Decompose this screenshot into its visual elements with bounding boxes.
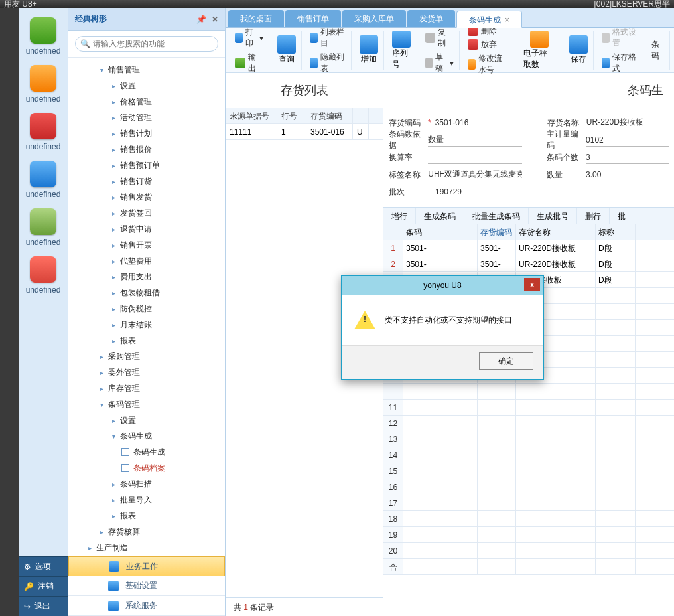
table-row[interactable]: 13 bbox=[383, 431, 674, 447]
nav-footer-item[interactable]: 系统服务 bbox=[68, 596, 225, 616]
table-row[interactable]: 11 bbox=[383, 400, 674, 416]
tree-node[interactable]: ▸代垫费用 bbox=[68, 253, 225, 269]
inv-name-field[interactable] bbox=[586, 116, 669, 129]
inv-code-field[interactable] bbox=[435, 116, 523, 129]
col-header[interactable]: 存货编码 bbox=[306, 108, 353, 123]
tab[interactable]: 销售订单 bbox=[285, 10, 341, 27]
rate-field[interactable] bbox=[428, 151, 522, 164]
qty-field[interactable] bbox=[586, 168, 669, 181]
tree-node[interactable]: ▸包装物租借 bbox=[68, 285, 225, 301]
table-row[interactable]: 19 bbox=[383, 527, 674, 543]
colno-button[interactable]: 序列号 bbox=[387, 31, 417, 70]
dialog-close-button[interactable]: x bbox=[524, 278, 540, 291]
tree-node[interactable]: ▸销售预订单 bbox=[68, 157, 225, 173]
side-option[interactable]: ⚙选项 bbox=[19, 556, 68, 576]
tree-node[interactable]: ▸存货核算 bbox=[68, 524, 225, 540]
modifyflow-button[interactable]: 修改流水号 bbox=[468, 53, 510, 76]
tree-node[interactable]: ▸采购管理 bbox=[68, 348, 225, 364]
count-basis-field[interactable] bbox=[428, 133, 522, 147]
tree-node[interactable]: ▾条码生成 bbox=[68, 428, 225, 444]
col-header[interactable]: 来源单据号 bbox=[226, 108, 277, 123]
col-header[interactable]: 存货名称 bbox=[516, 224, 596, 240]
col-header[interactable]: 存货编码 bbox=[478, 224, 516, 240]
tree-node[interactable]: ▸报表 bbox=[68, 333, 225, 348]
pin-icon[interactable]: 📌 bbox=[196, 15, 206, 24]
table-row[interactable]: 1 3501-016190729004 3501-016 UR-220D接收板 … bbox=[383, 240, 674, 256]
barcode-count-field[interactable] bbox=[586, 151, 669, 164]
table-row[interactable]: 2 3501-016190729005 3501-016 UR-220D接收板 … bbox=[383, 256, 674, 272]
tree-node[interactable]: ▸报表 bbox=[68, 508, 225, 524]
tree-node[interactable]: ▸销售计划 bbox=[68, 125, 225, 141]
tree-node[interactable]: ▾销售管理 bbox=[68, 62, 225, 78]
col-header[interactable]: 行号 bbox=[277, 108, 306, 123]
fmtset-button[interactable]: 格式设置 bbox=[602, 27, 638, 49]
tree-node[interactable]: ▸批量导入 bbox=[68, 492, 225, 508]
listcol-button[interactable]: 列表栏目 bbox=[310, 27, 346, 49]
scale-button[interactable]: 电子秤取数 bbox=[518, 31, 561, 70]
tab[interactable]: 采购入库单 bbox=[342, 10, 406, 27]
batch-field[interactable] bbox=[435, 185, 548, 198]
search-input[interactable] bbox=[75, 36, 218, 52]
nav-footer-item[interactable]: 业务工作 bbox=[68, 556, 225, 576]
tree-node[interactable]: ▸月末结账 bbox=[68, 317, 225, 333]
tree-node[interactable]: ▸费用支出 bbox=[68, 269, 225, 285]
col-header[interactable]: 条码 bbox=[403, 224, 478, 240]
table-row[interactable]: 20 bbox=[383, 543, 674, 559]
tab[interactable]: 发货单 bbox=[407, 10, 455, 27]
rail-item[interactable]: undefined bbox=[19, 204, 68, 252]
table-row[interactable]: 1111113501-016U bbox=[226, 124, 383, 140]
query-button[interactable]: 查询 bbox=[272, 31, 302, 70]
close-icon[interactable]: ✕ bbox=[212, 15, 218, 24]
table-row[interactable]: 15 bbox=[383, 463, 674, 479]
nav-footer-item[interactable]: 基础设置 bbox=[68, 576, 225, 596]
tree-node[interactable]: ▸发货签回 bbox=[68, 205, 225, 221]
table-row[interactable]: 12 bbox=[383, 416, 674, 431]
rail-item[interactable]: undefined bbox=[19, 157, 68, 204]
table-row[interactable] bbox=[383, 384, 674, 400]
discard-button[interactable]: 放弃 bbox=[468, 39, 510, 50]
tree-node[interactable]: ▸价格管理 bbox=[68, 94, 225, 110]
rail-item[interactable]: undefined bbox=[19, 109, 68, 157]
export-button[interactable]: 输出 bbox=[235, 52, 263, 74]
tree-node[interactable]: ▸生产制造 bbox=[68, 540, 225, 556]
table-row[interactable]: 合计 bbox=[383, 559, 674, 575]
table-row[interactable]: 18 bbox=[383, 511, 674, 527]
toolbar-button[interactable]: 批量生成条码 bbox=[464, 208, 529, 224]
col-header[interactable] bbox=[353, 108, 369, 123]
tree-node[interactable]: ▸销售开票 bbox=[68, 237, 225, 253]
table-row[interactable]: 14 bbox=[383, 447, 674, 463]
table-row[interactable]: 16 bbox=[383, 479, 674, 495]
draft-button[interactable]: 草稿 ▾ bbox=[425, 52, 454, 74]
rail-item[interactable]: undefined bbox=[19, 252, 68, 300]
rail-item[interactable]: undefined bbox=[19, 13, 68, 61]
toolbar-button[interactable]: 批 bbox=[610, 208, 634, 224]
tree-node[interactable]: ▸销售报价 bbox=[68, 141, 225, 157]
unit-code-field[interactable] bbox=[586, 133, 669, 147]
side-option[interactable]: ↪退出 bbox=[19, 596, 68, 616]
tree-node[interactable]: ▸销售发货 bbox=[68, 189, 225, 205]
tree-node[interactable]: 条码生成 bbox=[68, 444, 225, 460]
tree-node[interactable]: ▸设置 bbox=[68, 78, 225, 94]
tree-node[interactable]: ▸活动管理 bbox=[68, 110, 225, 125]
tab[interactable]: 我的桌面 bbox=[228, 10, 284, 27]
copy-button[interactable]: 复制 bbox=[425, 27, 454, 49]
tree-node[interactable]: ▸条码扫描 bbox=[68, 476, 225, 492]
tree-node[interactable]: ▸退货申请 bbox=[68, 221, 225, 237]
tree-node[interactable]: ▸库存管理 bbox=[68, 380, 225, 396]
tree-node[interactable]: ▸防伪税控 bbox=[68, 301, 225, 317]
col-header[interactable]: 标称 bbox=[596, 224, 636, 240]
toolbar-button[interactable]: 删行 bbox=[577, 208, 610, 224]
tree-node[interactable]: ▸设置 bbox=[68, 412, 225, 428]
side-option[interactable]: 🔑注销 bbox=[19, 576, 68, 596]
toolbar-button[interactable]: 生成条码 bbox=[416, 208, 464, 224]
col-header[interactable] bbox=[383, 224, 403, 240]
rail-item[interactable]: undefined bbox=[19, 61, 68, 109]
table-row[interactable]: 17 bbox=[383, 495, 674, 511]
tab-close-icon[interactable]: × bbox=[505, 15, 509, 25]
tag-name-field[interactable] bbox=[428, 168, 522, 181]
tree-node[interactable]: 条码档案 bbox=[68, 460, 225, 476]
tree-node[interactable]: ▾条码管理 bbox=[68, 396, 225, 412]
print-button[interactable]: 打印 ▾ bbox=[235, 27, 263, 49]
toolbar-button[interactable]: 增行 bbox=[383, 208, 416, 224]
tab[interactable]: 条码生成× bbox=[456, 11, 522, 28]
